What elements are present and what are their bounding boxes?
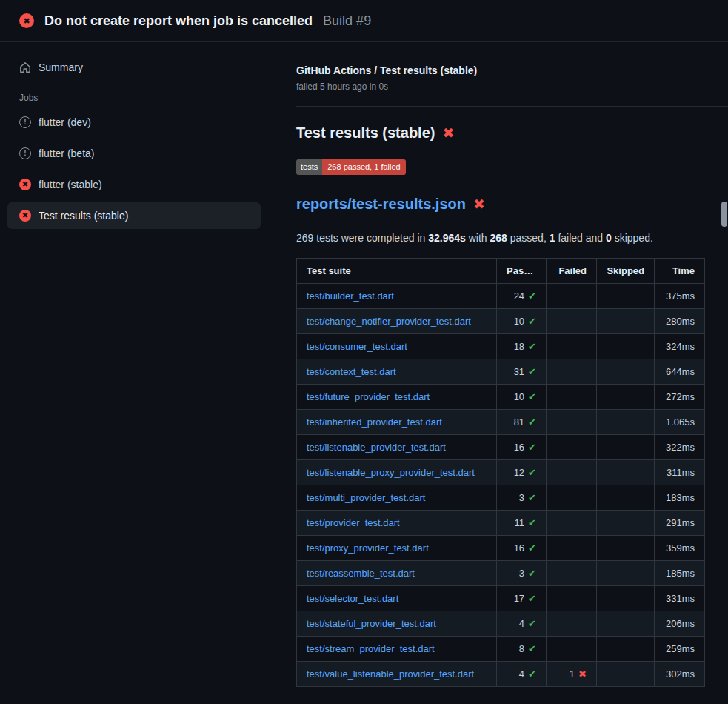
table-row: test/multi_provider_test.dart 3✔ 183ms	[297, 485, 705, 511]
scrollbar-thumb[interactable]	[721, 202, 727, 227]
test-suite-link[interactable]: test/inherited_provider_test.dart	[307, 416, 442, 428]
report-file-link[interactable]: reports/test-results.json	[296, 196, 466, 213]
time-cell: 280ms	[655, 309, 705, 334]
check-icon: ✔	[528, 568, 536, 579]
failed-cell	[547, 460, 597, 485]
failed-cell	[547, 536, 597, 561]
time-cell: 331ms	[655, 586, 705, 611]
test-suite-link[interactable]: test/provider_test.dart	[307, 517, 400, 528]
sidebar-item-flutter-stable[interactable]: ✖ flutter (stable)	[7, 171, 261, 198]
table-row: test/value_listenable_provider_test.dart…	[297, 662, 705, 687]
sidebar-item-test-results-stable[interactable]: ✖ Test results (stable)	[7, 202, 261, 229]
table-row: test/listenable_provider_test.dart 16✔ 3…	[297, 435, 705, 460]
test-suite-link[interactable]: test/multi_provider_test.dart	[307, 492, 425, 503]
test-results-table: Test suite Passed Failed Skipped Time te…	[296, 258, 705, 687]
passed-cell: 10✔	[497, 385, 547, 410]
page-title: Do not create report when job is cancell…	[44, 13, 313, 29]
table-row: test/proxy_provider_test.dart 16✔ 359ms	[297, 536, 705, 561]
job-status-icon: !	[19, 147, 31, 159]
test-suite-link[interactable]: test/reassemble_test.dart	[307, 568, 415, 579]
test-suite-link[interactable]: test/consumer_test.dart	[307, 341, 407, 352]
skipped-cell	[597, 561, 655, 586]
failed-cell	[547, 435, 597, 460]
sidebar-item-label: flutter (dev)	[39, 116, 91, 128]
skipped-cell	[597, 511, 655, 536]
table-row: test/stateful_provider_test.dart 4✔ 206m…	[297, 611, 705, 637]
skipped-cell	[597, 637, 655, 662]
skipped-cell	[597, 611, 655, 637]
skipped-cell	[597, 586, 655, 611]
section-title: Test results (stable)	[296, 124, 435, 142]
time-cell: 291ms	[655, 511, 705, 536]
failed-cell	[547, 359, 597, 385]
sidebar-item-flutter-dev[interactable]: ! flutter (dev)	[7, 109, 261, 136]
skipped-cell	[597, 359, 655, 385]
table-row: test/consumer_test.dart 18✔ 324ms	[297, 334, 705, 359]
time-cell: 206ms	[655, 611, 705, 637]
column-header-time: Time	[655, 259, 705, 284]
failed-cell	[547, 586, 597, 611]
table-row: test/future_provider_test.dart 10✔ 272ms	[297, 385, 705, 410]
skipped-cell	[597, 334, 655, 359]
test-suite-link[interactable]: test/value_listenable_provider_test.dart	[307, 668, 474, 680]
time-cell: 311ms	[655, 460, 705, 485]
failed-cell	[547, 309, 597, 334]
time-cell: 644ms	[655, 359, 705, 385]
summary-passed-count: 268	[490, 232, 507, 244]
check-icon: ✔	[528, 316, 536, 327]
passed-cell: 4✔	[497, 662, 547, 687]
test-suite-link[interactable]: test/future_provider_test.dart	[307, 391, 430, 402]
summary-text: 269 tests were completed in	[296, 232, 428, 244]
failed-cell	[547, 637, 597, 662]
test-suite-link[interactable]: test/stateful_provider_test.dart	[307, 618, 436, 629]
failed-cell	[547, 485, 597, 511]
time-cell: 259ms	[655, 637, 705, 662]
table-row: test/builder_test.dart 24✔ 375ms	[297, 284, 705, 309]
test-suite-link[interactable]: test/proxy_provider_test.dart	[307, 542, 429, 554]
time-cell: 185ms	[655, 561, 705, 586]
table-row: test/change_notifier_provider_test.dart …	[297, 309, 705, 334]
time-cell: 302ms	[655, 662, 705, 687]
skipped-cell	[597, 410, 655, 435]
divider	[296, 106, 728, 107]
column-header-passed: Passed	[497, 259, 547, 284]
time-cell: 1.065s	[655, 410, 705, 435]
sidebar-item-flutter-beta[interactable]: ! flutter (beta)	[7, 140, 261, 167]
table-row: test/stream_provider_test.dart 8✔ 259ms	[297, 637, 705, 662]
check-run-page: ✖ Do not create report when job is cance…	[0, 0, 728, 704]
passed-cell: 24✔	[497, 284, 547, 309]
summary-failed-count: 1	[550, 232, 555, 244]
test-suite-link[interactable]: test/listenable_provider_test.dart	[307, 442, 446, 453]
build-number: Build #9	[323, 13, 371, 29]
tests-status-badge: tests 268 passed, 1 failed	[296, 159, 406, 175]
passed-cell: 16✔	[497, 435, 547, 460]
skipped-cell	[597, 485, 655, 511]
job-status-icon: ✖	[19, 210, 31, 222]
test-suite-link[interactable]: test/builder_test.dart	[307, 290, 394, 302]
skipped-cell	[597, 309, 655, 334]
scrollbar-track[interactable]	[720, 42, 728, 704]
check-icon: ✔	[528, 366, 536, 377]
column-header-skipped: Skipped	[597, 259, 655, 284]
failed-cell	[547, 561, 597, 586]
breadcrumb: GitHub Actions / Test results (stable)	[296, 64, 705, 76]
test-suite-link[interactable]: test/listenable_proxy_provider_test.dart	[307, 467, 475, 478]
table-row: test/inherited_provider_test.dart 81✔ 1.…	[297, 410, 705, 435]
test-suite-link[interactable]: test/change_notifier_provider_test.dart	[307, 316, 471, 327]
check-icon: ✔	[528, 517, 536, 528]
summary-skipped-count: 0	[606, 232, 612, 244]
skipped-cell	[597, 385, 655, 410]
sidebar-item-label: flutter (beta)	[39, 147, 94, 159]
test-suite-link[interactable]: test/context_test.dart	[307, 366, 396, 377]
job-status-icon: !	[19, 116, 31, 128]
table-row: test/selector_test.dart 17✔ 331ms	[297, 586, 705, 611]
badge-label: tests	[296, 159, 322, 175]
sidebar-item-summary[interactable]: Summary	[7, 54, 261, 81]
test-suite-link[interactable]: test/stream_provider_test.dart	[307, 643, 435, 654]
failed-cell	[547, 385, 597, 410]
passed-cell: 10✔	[497, 309, 547, 334]
table-row: test/listenable_proxy_provider_test.dart…	[297, 460, 705, 485]
test-suite-link[interactable]: test/selector_test.dart	[307, 593, 398, 604]
check-icon: ✔	[528, 341, 536, 352]
passed-cell: 3✔	[497, 561, 547, 586]
